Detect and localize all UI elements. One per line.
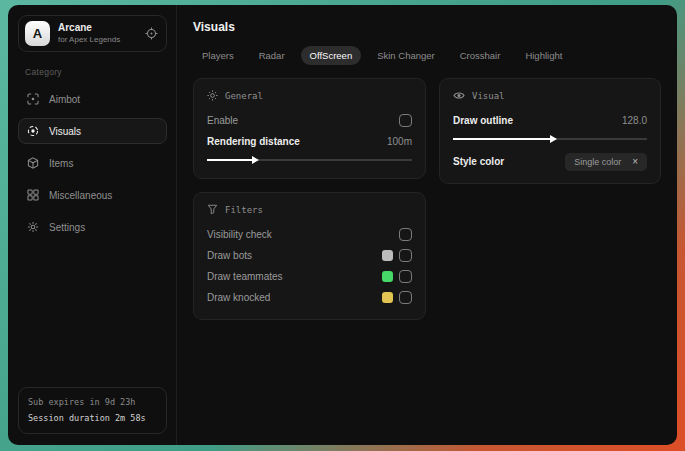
draw-outline-value: 128.0 xyxy=(622,115,647,126)
tab-crosshair[interactable]: Crosshair xyxy=(451,46,510,65)
app-title-block: Arcane for Apex Legends xyxy=(58,22,120,45)
main-panel: Visuals Players Radar OffScreen Skin Cha… xyxy=(177,5,677,445)
funnel-icon xyxy=(207,204,218,215)
left-column: General Enable Rendering distance 100m xyxy=(193,78,426,320)
filters-card-title: Filters xyxy=(225,205,263,215)
filters-card-header: Filters xyxy=(207,204,412,215)
style-color-select[interactable]: Single color × xyxy=(565,153,647,171)
content-area: General Enable Rendering distance 100m xyxy=(193,78,661,320)
draw-outline-row: Draw outline 128.0 xyxy=(453,110,647,131)
general-card-header: General xyxy=(207,90,412,101)
visual-card-title: Visual xyxy=(472,91,505,101)
enable-checkbox[interactable] xyxy=(399,114,412,127)
tab-highlight[interactable]: Highlight xyxy=(516,46,571,65)
draw-knocked-color-swatch[interactable] xyxy=(382,292,393,303)
eye-scan-icon xyxy=(27,125,39,137)
category-label: Category xyxy=(25,67,167,77)
sidebar-item-settings[interactable]: Settings xyxy=(18,214,167,240)
style-color-row: Style color Single color × xyxy=(453,151,647,172)
sidebar-item-aimbot[interactable]: Aimbot xyxy=(18,86,167,112)
sidebar-item-label: Miscellaneous xyxy=(49,190,112,201)
clear-selection-icon[interactable]: × xyxy=(632,157,638,167)
cube-icon xyxy=(27,157,39,169)
sidebar-item-miscellaneous[interactable]: Miscellaneous xyxy=(18,182,167,208)
sidebar-item-label: Settings xyxy=(49,222,85,233)
draw-teammates-color-swatch[interactable] xyxy=(382,271,393,282)
visual-card: Visual Draw outline 128.0 Style c xyxy=(439,78,661,184)
sub-expires-text: Sub expires in 9d 23h xyxy=(28,395,157,410)
draw-teammates-checkbox[interactable] xyxy=(399,270,412,283)
sidebar-item-label: Visuals xyxy=(49,126,81,137)
app-window: A Arcane for Apex Legends Category xyxy=(8,5,677,445)
rendering-distance-slider[interactable] xyxy=(207,155,412,164)
app-logo: A xyxy=(25,21,50,46)
visibility-check-label: Visibility check xyxy=(207,229,272,240)
eye-icon xyxy=(453,90,465,101)
right-column: Visual Draw outline 128.0 Style c xyxy=(439,78,661,184)
visibility-check-row: Visibility check xyxy=(207,224,412,245)
subscription-status: Sub expires in 9d 23h Session duration 2… xyxy=(18,387,167,434)
app-subtitle: for Apex Legends xyxy=(58,35,120,45)
tab-players[interactable]: Players xyxy=(193,46,243,65)
enable-row: Enable xyxy=(207,110,412,131)
draw-teammates-row: Draw teammates xyxy=(207,266,412,287)
draw-knocked-row: Draw knocked xyxy=(207,287,412,308)
visibility-check-checkbox[interactable] xyxy=(399,228,412,241)
rendering-distance-value: 100m xyxy=(387,136,412,147)
sun-icon xyxy=(207,90,218,101)
general-card-title: General xyxy=(225,91,263,101)
draw-outline-label: Draw outline xyxy=(453,115,513,126)
sidebar: A Arcane for Apex Legends Category xyxy=(8,5,177,445)
visual-card-header: Visual xyxy=(453,90,647,101)
tab-radar[interactable]: Radar xyxy=(250,46,294,65)
tab-bar: Players Radar OffScreen Skin Changer Cro… xyxy=(193,46,661,65)
app-header: A Arcane for Apex Legends xyxy=(18,15,167,52)
rendering-distance-label: Rendering distance xyxy=(207,136,300,147)
slider-thumb[interactable] xyxy=(252,156,259,164)
draw-knocked-label: Draw knocked xyxy=(207,292,270,303)
general-card: General Enable Rendering distance 100m xyxy=(193,78,426,179)
style-color-selected-value: Single color xyxy=(574,157,621,167)
draw-bots-checkbox[interactable] xyxy=(399,249,412,262)
sidebar-item-visuals[interactable]: Visuals xyxy=(18,118,167,144)
sidebar-item-items[interactable]: Items xyxy=(18,150,167,176)
app-name: Arcane xyxy=(58,22,120,35)
draw-outline-slider[interactable] xyxy=(453,134,647,143)
slider-fill xyxy=(453,138,550,141)
crosshair-scan-icon xyxy=(27,93,39,105)
sidebar-item-label: Items xyxy=(49,158,73,169)
slider-thumb[interactable] xyxy=(550,135,557,143)
scope-icon[interactable] xyxy=(145,27,158,40)
draw-bots-row: Draw bots xyxy=(207,245,412,266)
session-duration-text: Session duration 2m 58s xyxy=(28,411,157,426)
style-color-label: Style color xyxy=(453,156,504,167)
tab-skin-changer[interactable]: Skin Changer xyxy=(368,46,444,65)
tab-offscreen[interactable]: OffScreen xyxy=(301,46,362,65)
draw-bots-color-swatch[interactable] xyxy=(382,250,393,261)
draw-bots-label: Draw bots xyxy=(207,250,252,261)
page-title: Visuals xyxy=(193,20,661,34)
filters-card: Filters Visibility check Draw bots xyxy=(193,192,426,320)
grid-icon xyxy=(27,189,39,201)
gear-icon xyxy=(27,221,39,233)
sidebar-item-label: Aimbot xyxy=(49,94,80,105)
enable-label: Enable xyxy=(207,115,238,126)
rendering-distance-row: Rendering distance 100m xyxy=(207,131,412,152)
slider-fill xyxy=(207,159,252,162)
draw-knocked-checkbox[interactable] xyxy=(399,291,412,304)
draw-teammates-label: Draw teammates xyxy=(207,271,283,282)
